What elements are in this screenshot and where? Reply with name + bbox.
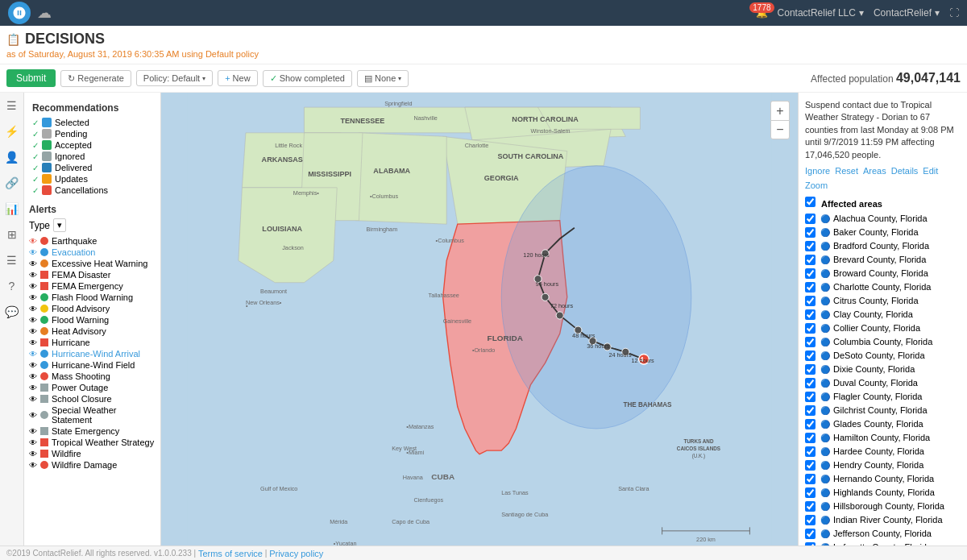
county-item[interactable]: 🔵 DeSoto County, Florida xyxy=(805,349,961,363)
county-item[interactable]: 🔵 Indian River County, Florida xyxy=(805,513,961,527)
county-item[interactable]: 🔵 Flagler County, Florida xyxy=(805,390,961,404)
county-checkbox[interactable] xyxy=(805,446,816,457)
county-item[interactable]: 🔵 Highlands County, Florida xyxy=(805,486,961,500)
new-button[interactable]: + New xyxy=(218,70,257,86)
zoom-link[interactable]: Zoom xyxy=(805,180,828,190)
county-item[interactable]: 🔵 Duval County, Florida xyxy=(805,376,961,390)
regenerate-button[interactable]: ↻ Regenerate xyxy=(60,70,131,87)
county-checkbox[interactable] xyxy=(805,227,816,238)
nav-icon-3[interactable]: 👤 xyxy=(5,151,19,164)
alert-mass-shooting[interactable]: 👁 Mass Shooting xyxy=(29,371,156,382)
reset-link[interactable]: Reset xyxy=(835,166,858,176)
nav-icon-4[interactable]: 🔗 xyxy=(5,176,19,189)
county-item[interactable]: 🔵 Baker County, Florida xyxy=(805,226,961,239)
alert-school-closure[interactable]: 👁 School Closure xyxy=(29,393,156,404)
rec-ignored[interactable]: ✓ Ignored xyxy=(32,151,152,162)
zoom-out-button[interactable]: − xyxy=(770,120,790,139)
county-checkbox[interactable] xyxy=(805,364,816,375)
county-checkbox[interactable] xyxy=(805,378,816,388)
alert-power-outage[interactable]: 👁 Power Outage xyxy=(29,382,156,393)
alert-earthquake[interactable]: 👁 Earthquake xyxy=(29,235,156,247)
nav-icon-6[interactable]: ⊞ xyxy=(7,228,17,241)
county-checkbox[interactable] xyxy=(805,241,816,251)
county-item[interactable]: 🔵 Charlotte County, Florida xyxy=(805,280,961,294)
county-checkbox[interactable] xyxy=(805,515,816,525)
county-checkbox[interactable] xyxy=(805,323,816,334)
details-link[interactable]: Details xyxy=(891,166,919,176)
alert-flood-advisory[interactable]: 👁 Flood Advisory xyxy=(29,303,156,314)
user-selector[interactable]: ContactRelief ▾ xyxy=(874,7,940,19)
county-item[interactable]: 🔵 Brevard County, Florida xyxy=(805,253,961,267)
ignore-link[interactable]: Ignore xyxy=(805,166,830,176)
county-item[interactable]: 🔵 Jefferson County, Florida xyxy=(805,527,961,541)
county-checkbox[interactable] xyxy=(805,474,816,484)
alert-flash-flood[interactable]: 👁 Flash Flood Warning xyxy=(29,292,156,303)
alert-tropical-weather[interactable]: 👁 Tropical Weather Strategy xyxy=(29,437,156,448)
county-checkbox[interactable] xyxy=(805,501,816,512)
alert-heat-warning[interactable]: 👁 Excessive Heat Warning xyxy=(29,258,156,269)
county-item[interactable]: 🔵 Dixie County, Florida xyxy=(805,363,961,376)
policy-dropdown[interactable]: Policy: Default ▾ xyxy=(136,70,213,86)
areas-link[interactable]: Areas xyxy=(863,166,886,176)
county-checkbox[interactable] xyxy=(805,337,816,347)
none-dropdown[interactable]: ▤ None ▾ xyxy=(357,70,409,87)
county-item[interactable]: 🔵 Bradford County, Florida xyxy=(805,239,961,253)
rec-pending[interactable]: ✓ Pending xyxy=(32,128,152,139)
alert-hurricane-wind-arrival[interactable]: 👁 Hurricane-Wind Arrival xyxy=(29,348,156,359)
nav-icon-8[interactable]: ? xyxy=(9,280,15,292)
county-checkbox[interactable] xyxy=(805,296,816,306)
county-checkbox[interactable] xyxy=(805,405,816,416)
rec-accepted[interactable]: ✓ Accepted xyxy=(32,139,152,151)
rec-selected[interactable]: ✓ Selected xyxy=(32,117,152,128)
alert-wildfire[interactable]: 👁 Wildfire xyxy=(29,448,156,459)
county-checkbox[interactable] xyxy=(805,309,816,320)
county-item[interactable]: 🔵 Hillsborough County, Florida xyxy=(805,500,961,513)
county-checkbox[interactable] xyxy=(805,268,816,279)
rec-delivered[interactable]: ✓ Delivered xyxy=(32,162,152,173)
privacy-link[interactable]: Privacy policy xyxy=(269,549,323,558)
type-dropdown[interactable]: ▾ xyxy=(53,218,66,232)
alert-state-emergency[interactable]: 👁 State Emergency xyxy=(29,425,156,437)
county-item[interactable]: 🔵 Hamilton County, Florida xyxy=(805,431,961,445)
fullscreen-button[interactable]: ⛶ xyxy=(949,7,959,19)
nav-icon-1[interactable]: ☰ xyxy=(6,99,17,112)
company-selector[interactable]: ContactRelief LLC ▾ xyxy=(778,7,864,19)
county-item[interactable]: 🔵 Citrus County, Florida xyxy=(805,294,961,308)
county-item[interactable]: 🔵 Hendry County, Florida xyxy=(805,458,961,472)
zoom-in-button[interactable]: + xyxy=(770,101,790,120)
county-checkbox[interactable] xyxy=(805,282,816,292)
county-checkbox[interactable] xyxy=(805,392,816,402)
alert-wildfire-damage[interactable]: 👁 Wildfire Damage xyxy=(29,459,156,471)
county-item[interactable]: 🔵 Columbia County, Florida xyxy=(805,335,961,349)
county-checkbox[interactable] xyxy=(805,351,816,361)
nav-icon-5[interactable]: 📊 xyxy=(5,202,19,215)
alert-heat-advisory[interactable]: 👁 Heat Advisory xyxy=(29,326,156,337)
alert-hurricane[interactable]: 👁 Hurricane xyxy=(29,337,156,348)
rec-updates[interactable]: ✓ Updates xyxy=(32,173,152,185)
county-item[interactable]: 🔵 Collier County, Florida xyxy=(805,321,961,335)
county-item[interactable]: 🔵 Alachua County, Florida xyxy=(805,212,961,226)
nav-icon-7[interactable]: ☰ xyxy=(6,254,17,267)
nav-icon-2[interactable]: ⚡ xyxy=(5,125,19,138)
county-checkbox[interactable] xyxy=(805,419,816,429)
terms-link[interactable]: Terms of service xyxy=(198,549,263,558)
app-logo[interactable] xyxy=(8,2,31,24)
alert-flood-warning[interactable]: 👁 Flood Warning xyxy=(29,314,156,326)
rec-cancellations[interactable]: ✓ Cancellations xyxy=(32,185,152,196)
county-checkbox[interactable] xyxy=(805,255,816,265)
county-item[interactable]: 🔵 Hernando County, Florida xyxy=(805,472,961,486)
county-item[interactable]: 🔵 Hardee County, Florida xyxy=(805,445,961,458)
county-checkbox[interactable] xyxy=(805,487,816,498)
alert-fema-disaster[interactable]: 👁 FEMA Disaster xyxy=(29,269,156,280)
alert-hurricane-wind-field[interactable]: 👁 Hurricane-Wind Field xyxy=(29,359,156,371)
county-item[interactable]: 🔵 Gilchrist County, Florida xyxy=(805,404,961,417)
edit-link[interactable]: Edit xyxy=(923,166,938,176)
show-completed-button[interactable]: ✓ Show completed xyxy=(263,70,352,87)
notification-bell[interactable]: 🔔 1778 xyxy=(756,7,768,19)
map-container[interactable]: 4 12 hours 24 hours 36 hours 48 hours 72… xyxy=(161,93,798,545)
alert-fema-emergency[interactable]: 👁 FEMA Emergency xyxy=(29,280,156,292)
alert-evacuation[interactable]: 👁 Evacuation xyxy=(29,247,156,258)
county-checkbox[interactable] xyxy=(805,529,816,539)
county-checkbox[interactable] xyxy=(805,433,816,443)
county-item[interactable]: 🔵 Glades County, Florida xyxy=(805,417,961,431)
